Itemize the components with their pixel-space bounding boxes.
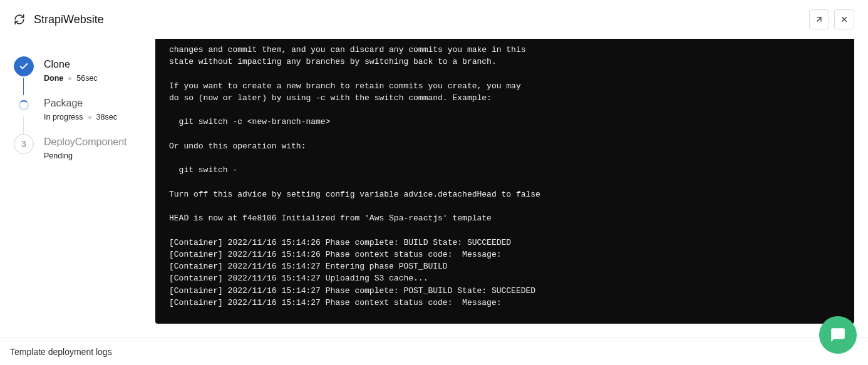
- step-package[interactable]: Package In progress 38sec: [14, 95, 155, 134]
- check-icon: [14, 56, 34, 76]
- step-title: DeployComponent: [44, 136, 127, 148]
- console-output[interactable]: changes and commit them, and you can dis…: [155, 39, 854, 324]
- header: StrapiWebsite: [0, 0, 868, 39]
- step-clone[interactable]: Clone Done 56sec: [14, 56, 155, 95]
- step-deploy[interactable]: 3 DeployComponent Pending: [14, 134, 155, 173]
- spinner-icon: [14, 95, 34, 115]
- console-wrap: changes and commit them, and you can dis…: [155, 39, 868, 337]
- step-number-icon: 3: [14, 134, 34, 154]
- step-title: Clone: [44, 59, 98, 70]
- body: Clone Done 56sec Package In p: [0, 39, 868, 337]
- header-actions: [809, 9, 854, 29]
- sync-icon: [14, 14, 25, 25]
- step-meta: In progress 38sec: [44, 113, 117, 121]
- close-button[interactable]: [834, 9, 854, 29]
- footer-label: Template deployment logs: [10, 347, 112, 357]
- footer: Template deployment logs: [0, 337, 868, 365]
- chat-button[interactable]: [819, 316, 857, 354]
- step-title: Package: [44, 98, 117, 109]
- step-connector: [23, 78, 24, 95]
- steps-sidebar: Clone Done 56sec Package In p: [0, 39, 155, 337]
- header-left: StrapiWebsite: [14, 13, 104, 26]
- page-title: StrapiWebsite: [34, 13, 104, 26]
- step-connector: [23, 116, 24, 134]
- step-meta: Done 56sec: [44, 74, 98, 83]
- expand-button[interactable]: [809, 9, 829, 29]
- step-meta: Pending: [44, 152, 127, 160]
